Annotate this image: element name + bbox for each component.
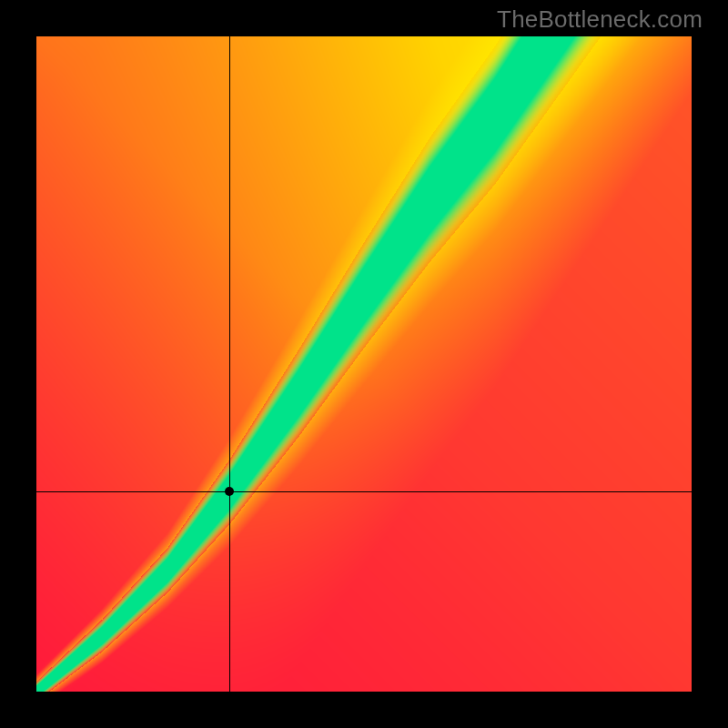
current-point-marker <box>225 487 234 496</box>
watermark-text: TheBottleneck.com <box>497 5 703 34</box>
crosshair-horizontal <box>36 491 692 492</box>
chart-container: TheBottleneck.com <box>0 0 728 728</box>
crosshair-vertical <box>229 36 230 692</box>
heatmap-canvas <box>36 36 692 692</box>
